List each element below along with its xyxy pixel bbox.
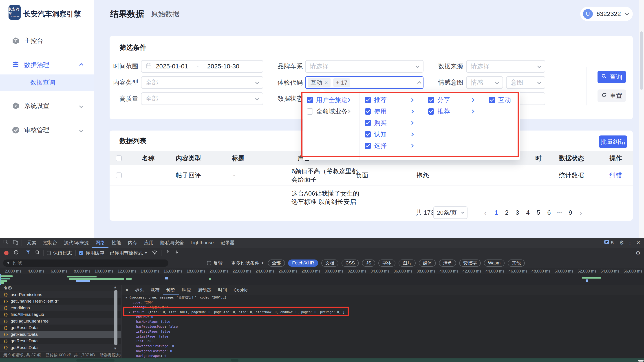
sidebar-item-data-query-active[interactable]: 数据查询 bbox=[0, 74, 94, 91]
cascader-option[interactable]: 分享 bbox=[428, 95, 480, 105]
selected-tag[interactable]: 互动× bbox=[308, 78, 330, 87]
tab-application[interactable]: 应用 bbox=[141, 238, 157, 248]
clear-icon[interactable] bbox=[14, 250, 19, 256]
filter-pill-font[interactable]: 字体 bbox=[378, 259, 396, 267]
close-devtools-icon[interactable]: ✕ bbox=[636, 240, 640, 246]
next-page-button[interactable]: › bbox=[576, 206, 586, 219]
cascader-option[interactable]: 全领域业务 bbox=[307, 106, 356, 117]
gear-icon[interactable]: ⚙ bbox=[619, 239, 624, 246]
cascader-option[interactable]: 选择 bbox=[365, 140, 419, 151]
tab-recorder[interactable]: 记录器 bbox=[217, 238, 238, 248]
network-overview[interactable] bbox=[0, 274, 644, 285]
record-icon[interactable] bbox=[4, 251, 8, 255]
filter-pill-img[interactable]: 图片 bbox=[398, 259, 416, 267]
detail-tab-cookies[interactable]: Cookie bbox=[230, 285, 251, 295]
request-row[interactable]: {}getResultData bbox=[0, 344, 121, 351]
page-scrollbar[interactable] bbox=[639, 0, 644, 238]
filter-pill-doc[interactable]: 文档 bbox=[321, 259, 338, 267]
cascader-option[interactable]: 互动 bbox=[489, 95, 518, 105]
checkbox-unchecked-icon[interactable] bbox=[307, 108, 313, 115]
page-button[interactable]: 6 bbox=[544, 206, 554, 219]
detail-tab-response[interactable]: 响应 bbox=[179, 285, 194, 295]
sidebar-item-console[interactable]: 主控台 bbox=[0, 34, 94, 48]
request-row-selected[interactable]: {}getResultData bbox=[0, 331, 121, 338]
tab-elements[interactable]: 元素 bbox=[24, 238, 40, 248]
brand-series-select[interactable]: 请选择 bbox=[305, 60, 424, 73]
cascader-option[interactable]: 推荐 bbox=[428, 106, 480, 117]
correct-link[interactable]: 纠错 bbox=[610, 165, 622, 185]
invert-checkbox[interactable] bbox=[207, 261, 211, 265]
filter-pill-media[interactable]: 媒体 bbox=[419, 259, 436, 267]
filter-pill-other[interactable]: 其他 bbox=[508, 259, 525, 267]
scroll-down-icon[interactable]: ▼ bbox=[114, 347, 116, 350]
detail-tab-preview-active[interactable]: 预览 bbox=[163, 285, 179, 295]
filter-pill-manifest[interactable]: 清单 bbox=[439, 259, 456, 267]
throttling-select[interactable]: 已停用节流模式 bbox=[110, 250, 143, 256]
checkbox-checked-icon[interactable] bbox=[428, 97, 434, 103]
filter-icon[interactable] bbox=[25, 250, 31, 256]
checkbox-checked-icon[interactable] bbox=[365, 108, 371, 115]
console-messages-icon[interactable] bbox=[604, 239, 610, 246]
page-size-select[interactable]: 20条/页 bbox=[434, 206, 468, 219]
cascader-option[interactable]: 使用 bbox=[365, 106, 419, 117]
select-all-checkbox[interactable] bbox=[116, 156, 122, 161]
detail-tab-initiator[interactable]: 启动器 bbox=[194, 285, 215, 295]
data-source-select[interactable]: 请选择 bbox=[466, 60, 545, 73]
prev-page-button[interactable]: ‹ bbox=[480, 206, 490, 219]
inspect-icon[interactable] bbox=[3, 239, 9, 246]
filter-pill-fetch-xhr[interactable]: Fetch/XHR bbox=[288, 259, 318, 267]
page-button[interactable]: 2 bbox=[502, 206, 512, 219]
request-row[interactable]: {}userPermissions bbox=[0, 291, 121, 298]
cascader-option[interactable]: 购买 bbox=[365, 118, 419, 128]
sidebar-item-system-settings[interactable]: 系统设置 bbox=[0, 99, 94, 113]
page-button[interactable]: 1 bbox=[491, 206, 501, 219]
date-range-input[interactable]: 2025-01-01 - 2025-10-30 bbox=[141, 60, 263, 73]
checkbox-checked-icon[interactable] bbox=[307, 97, 313, 103]
sidebar-item-audit[interactable]: 审核管理 bbox=[0, 123, 94, 137]
scrollbar-thumb[interactable] bbox=[640, 31, 643, 90]
sentiment-select[interactable]: 情感 bbox=[466, 76, 503, 89]
network-conditions-icon[interactable] bbox=[152, 249, 158, 256]
filter-pill-all[interactable]: 全部 bbox=[268, 259, 285, 267]
request-list-header[interactable]: 名称 bbox=[0, 285, 121, 291]
tag-close-icon[interactable]: × bbox=[324, 79, 328, 86]
device-toolbar-icon[interactable] bbox=[12, 239, 18, 246]
tab-network[interactable]: 网络 bbox=[92, 238, 108, 248]
tab-sources[interactable]: 源代码/来源 bbox=[61, 238, 92, 248]
name-column-header[interactable]: 名称 bbox=[4, 285, 12, 291]
checkbox-checked-icon[interactable] bbox=[365, 143, 371, 149]
request-row[interactable]: {}getChannelTree?clientId= bbox=[0, 298, 121, 305]
preserve-log-checkbox[interactable] bbox=[47, 251, 51, 255]
detail-tab-payload[interactable]: 载荷 bbox=[147, 285, 163, 295]
scroll-up-icon[interactable]: ▲ bbox=[114, 285, 116, 289]
tab-raw-data[interactable]: 原始数据 bbox=[151, 0, 180, 28]
tab-privacy[interactable]: 隐私与安全 bbox=[157, 238, 187, 248]
page-button[interactable]: 3 bbox=[512, 206, 522, 219]
json-root[interactable]: ▼{success: true, message: "操作成功！", code:… bbox=[122, 295, 644, 300]
reset-button[interactable]: 重置 bbox=[598, 89, 626, 102]
cascader-option[interactable]: 用户全旅途 bbox=[307, 95, 356, 105]
cascader-option[interactable]: 认知 bbox=[365, 129, 419, 140]
checkbox-checked-icon[interactable] bbox=[428, 108, 434, 115]
request-row[interactable]: {}findAllFinalTagLib bbox=[0, 311, 121, 318]
tab-lighthouse[interactable]: Lighthouse bbox=[187, 238, 217, 248]
date-start[interactable]: 2025-01-01 bbox=[156, 63, 188, 70]
request-row[interactable]: {}getResultData bbox=[0, 325, 121, 331]
experience-code-multiselect[interactable]: 互动× + 17 bbox=[305, 76, 424, 89]
query-button[interactable]: 查询 bbox=[598, 71, 626, 83]
request-row[interactable]: {}conditions bbox=[0, 305, 121, 311]
checkbox-checked-icon[interactable] bbox=[365, 97, 371, 103]
filter-pill-wasm[interactable]: Wasm bbox=[484, 259, 504, 267]
more-pages-icon[interactable]: ••• bbox=[555, 206, 564, 219]
detail-tab-timing[interactable]: 时间 bbox=[215, 285, 230, 295]
detail-tab-headers[interactable]: 标头 bbox=[132, 285, 147, 295]
batch-correct-button[interactable]: 批量纠错 bbox=[599, 136, 627, 148]
filter-pill-js[interactable]: JS bbox=[362, 259, 375, 267]
intent-select[interactable]: 意图 bbox=[506, 76, 545, 89]
export-har-icon[interactable] bbox=[174, 250, 180, 256]
tab-performance[interactable]: 性能 bbox=[108, 238, 124, 248]
import-har-icon[interactable] bbox=[165, 250, 170, 256]
checkbox-checked-icon[interactable] bbox=[365, 131, 371, 138]
scrollbar-thumb[interactable] bbox=[114, 290, 118, 346]
page-button[interactable]: 4 bbox=[523, 206, 533, 219]
